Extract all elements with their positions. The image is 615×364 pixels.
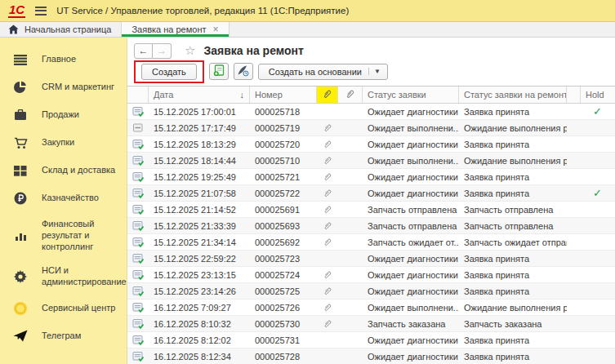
posted-document-icon: [127, 316, 149, 331]
home-icon: [8, 24, 19, 34]
header-hold[interactable]: Hold: [581, 87, 614, 103]
header-status-label: Статус заявки: [368, 90, 426, 100]
cell-status-client: Заявка принята: [459, 169, 567, 184]
cell-number: 000025725: [250, 283, 317, 299]
sidebar-item-crm-marketing[interactable]: CRM и маркетинг: [0, 73, 127, 101]
sidebar-item-telegram[interactable]: Телеграм: [0, 322, 127, 350]
sidebar-item-nsi-admin[interactable]: НСИ и администрирование: [0, 259, 127, 295]
paperclip-icon: [317, 234, 338, 250]
header-status[interactable]: Статус заявки: [363, 87, 459, 103]
table-row[interactable]: 16.12.2025 7:09:27000025726Ожидает выпол…: [127, 300, 615, 316]
cell-attachment2-empty: [338, 300, 363, 315]
cell-status-client: Заявка принята: [459, 348, 567, 364]
cell-date: 15.12.2025 21:33:39: [149, 218, 250, 233]
cell-date: 15.12.2025 23:14:26: [149, 283, 250, 299]
sidebar-item-label: Сервисный центр: [42, 303, 122, 314]
cell-spacer: [567, 202, 581, 217]
cell-hold-empty: [581, 316, 614, 331]
paperclip-icon: [322, 89, 332, 101]
window-titlebar: 1С UT Service / Управление торговлей, ре…: [0, 0, 615, 22]
cell-spacer: [567, 218, 581, 233]
sidebar-item-label: Продажи: [42, 109, 122, 121]
header-attachment-highlighted[interactable]: [317, 87, 338, 103]
cell-attachment2-empty: [338, 283, 363, 299]
table-row[interactable]: 15.12.2025 18:14:44000025710Ожидает выпо…: [127, 153, 615, 169]
cell-status-client: Ожидание выполнения ремонта: [459, 300, 567, 315]
sidebar-item-label: Склад и доставка: [42, 165, 122, 176]
create-button[interactable]: Создать: [141, 64, 197, 80]
cell-date: 16.12.2025 8:10:32: [149, 316, 250, 331]
cell-status-client: Запчасть ожидает отправку: [459, 234, 567, 250]
cell-spacer: [567, 153, 581, 168]
tab-home[interactable]: Начальная страница: [0, 22, 121, 37]
cell-status-client: Заявка принята: [459, 267, 567, 282]
main-content: ← → ☆ Заявка на ремонт Создать Создать: [127, 38, 615, 364]
paperclip-icon: [317, 202, 338, 217]
cell-status-client: Заявка принята: [459, 136, 567, 152]
forward-button[interactable]: →: [153, 43, 172, 59]
sidebar-item-fin-rezultat[interactable]: Финансовый результат и контроллинг: [0, 212, 127, 259]
tab-zayavka-na-remont[interactable]: Заявка на ремонт ×: [121, 22, 229, 37]
table-row[interactable]: 15.12.2025 21:14:52000025691Запчасть отп…: [127, 202, 615, 218]
cell-hold-empty: [581, 234, 614, 250]
cell-number: 000025693: [250, 218, 317, 233]
sidebar-item-service-center[interactable]: Сервисный центр: [0, 295, 127, 322]
table-header-row: Дата ↓ Номер Статус заявки Статус заявки…: [127, 86, 615, 104]
paperclip-icon: [317, 300, 338, 315]
create-based-on-button[interactable]: Создать на основании ▼: [258, 64, 388, 80]
cell-number: 000025723: [250, 251, 317, 266]
paperclip-icon: [317, 120, 338, 135]
cell-attachment2-empty: [338, 332, 363, 348]
table-row[interactable]: 15.12.2025 23:13:15000025724Ожидает диаг…: [127, 267, 615, 283]
table-row[interactable]: 15.12.2025 21:33:39000025693Запчасть отп…: [127, 218, 615, 234]
cell-spacer: [567, 169, 581, 184]
table-row[interactable]: 16.12.2025 8:10:32000025730Запчасть зака…: [127, 316, 615, 332]
favorite-star-icon[interactable]: ☆: [185, 43, 195, 58]
header-number-label: Номер: [255, 90, 283, 100]
table-row[interactable]: 15.12.2025 23:14:26000025725Ожидает диаг…: [127, 283, 615, 300]
cell-hold-empty: [581, 153, 614, 168]
table-row[interactable]: 15.12.2025 22:59:22000025723Ожидает диаг…: [127, 251, 615, 267]
tab-close-icon[interactable]: ×: [213, 24, 219, 34]
cell-status-client: Ожидание выполнения ремонта: [459, 153, 567, 168]
back-button[interactable]: ←: [134, 43, 153, 59]
cell-status: Ожидает диагностики: [363, 169, 459, 184]
cell-date: 16.12.2025 7:09:27: [149, 300, 250, 315]
create-copy-button[interactable]: [209, 63, 229, 80]
table-row[interactable]: 15.12.2025 21:07:58000025722Ожидает диаг…: [127, 185, 615, 202]
sidebar-item-glavnoe[interactable]: Главное: [0, 46, 127, 73]
cell-hold-empty: [581, 120, 614, 135]
tab-label: Заявка на ремонт: [131, 24, 206, 34]
postpone-button[interactable]: [234, 63, 253, 80]
cell-spacer: [567, 234, 581, 250]
header-doc-icon-column[interactable]: [127, 87, 149, 103]
cell-date: 16.12.2025 8:12:34: [149, 348, 250, 364]
header-status-client[interactable]: Статус заявки на ремонт для кл...: [459, 87, 567, 103]
sidebar-item-kaznacheystvo[interactable]: Казначейство: [0, 184, 127, 212]
table-row[interactable]: 15.12.2025 21:34:14000025692Запчасть ожи…: [127, 234, 615, 251]
table-row[interactable]: 15.12.2025 17:17:49000025719Ожидает выпо…: [127, 120, 615, 136]
table-row[interactable]: 16.12.2025 8:12:02000025731Ожидает диагн…: [127, 332, 615, 348]
sidebar-item-prodazhi[interactable]: Продажи: [0, 101, 127, 129]
cell-date: 15.12.2025 18:14:44: [149, 153, 250, 168]
cell-hold-empty: [581, 169, 614, 184]
table-row[interactable]: 15.12.2025 17:00:01000025718Ожидает диаг…: [127, 104, 615, 120]
cell-status: Ожидает выполнени...: [363, 300, 459, 315]
cell-spacer: [567, 185, 581, 201]
hamburger-menu-icon[interactable]: [35, 7, 47, 16]
cell-number: 000025691: [250, 202, 317, 217]
posted-document-icon: [127, 332, 149, 348]
table-row[interactable]: 15.12.2025 18:13:29000025720Ожидает диаг…: [127, 136, 615, 153]
table-row[interactable]: 15.12.2025 19:25:49000025721Ожидает диаг…: [127, 169, 615, 185]
cell-number: 000025692: [250, 234, 317, 250]
table-row[interactable]: 16.12.2025 8:12:34000025728Ожидает диагн…: [127, 348, 615, 364]
sidebar-item-sklad-dostavka[interactable]: Склад и доставка: [0, 157, 127, 184]
cell-number: 000025710: [250, 153, 317, 168]
posted-document-icon: [127, 348, 149, 364]
header-date[interactable]: Дата ↓: [149, 87, 250, 103]
header-number[interactable]: Номер: [250, 87, 317, 103]
cell-attachment2-empty: [338, 202, 363, 217]
header-attachment[interactable]: [338, 87, 363, 103]
sidebar-item-zakupki[interactable]: Закупки: [0, 129, 127, 157]
posted-document-icon: [127, 153, 149, 168]
